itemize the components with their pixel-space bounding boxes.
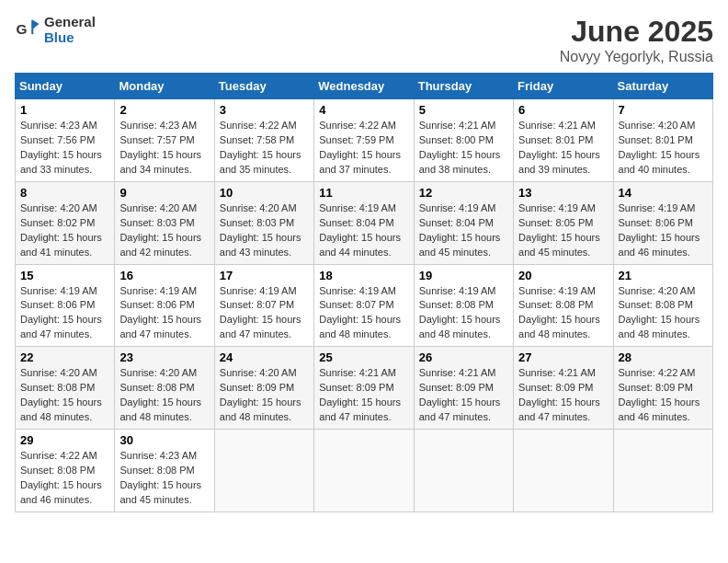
day-number: 22 (20, 350, 109, 364)
calendar-cell: 1Sunrise: 4:23 AM Sunset: 7:56 PM Daylig… (16, 99, 115, 182)
calendar-cell: 13Sunrise: 4:19 AM Sunset: 8:05 PM Dayli… (514, 181, 613, 264)
day-info: Sunrise: 4:22 AM Sunset: 7:59 PM Dayligh… (319, 119, 408, 178)
day-info: Sunrise: 4:20 AM Sunset: 8:08 PM Dayligh… (20, 366, 109, 425)
day-info: Sunrise: 4:20 AM Sunset: 8:08 PM Dayligh… (119, 366, 209, 425)
calendar-cell (314, 430, 414, 512)
calendar-cell: 25Sunrise: 4:21 AM Sunset: 8:09 PM Dayli… (314, 347, 414, 430)
calendar-cell: 23Sunrise: 4:20 AM Sunset: 8:08 PM Dayli… (115, 347, 214, 430)
calendar-cell: 7Sunrise: 4:20 AM Sunset: 8:01 PM Daylig… (613, 99, 712, 182)
day-number: 18 (319, 269, 408, 282)
day-info: Sunrise: 4:21 AM Sunset: 8:00 PM Dayligh… (419, 119, 508, 178)
day-number: 3 (220, 103, 309, 117)
col-header-saturday: Saturday (613, 74, 712, 99)
day-number: 10 (220, 186, 309, 200)
calendar-cell: 10Sunrise: 4:20 AM Sunset: 8:03 PM Dayli… (214, 181, 313, 264)
day-number: 11 (319, 186, 408, 200)
logo-line1: General (44, 15, 96, 30)
calendar-week-1: 8Sunrise: 4:20 AM Sunset: 8:02 PM Daylig… (16, 181, 713, 264)
calendar-cell: 15Sunrise: 4:19 AM Sunset: 8:06 PM Dayli… (16, 264, 115, 347)
day-info: Sunrise: 4:19 AM Sunset: 8:06 PM Dayligh… (119, 284, 209, 343)
day-info: Sunrise: 4:19 AM Sunset: 8:07 PM Dayligh… (319, 284, 408, 343)
calendar-cell: 26Sunrise: 4:21 AM Sunset: 8:09 PM Dayli… (414, 347, 513, 430)
day-info: Sunrise: 4:21 AM Sunset: 8:01 PM Dayligh… (518, 119, 608, 178)
col-header-thursday: Thursday (414, 74, 513, 99)
col-header-wednesday: Wednesday (314, 74, 414, 99)
day-number: 26 (419, 350, 508, 364)
calendar-cell: 27Sunrise: 4:21 AM Sunset: 8:09 PM Dayli… (514, 347, 613, 430)
svg-rect-3 (31, 19, 33, 33)
calendar-cell: 24Sunrise: 4:20 AM Sunset: 8:09 PM Dayli… (214, 347, 313, 430)
calendar-week-0: 1Sunrise: 4:23 AM Sunset: 7:56 PM Daylig… (16, 99, 713, 182)
calendar-cell: 9Sunrise: 4:20 AM Sunset: 8:03 PM Daylig… (115, 181, 214, 264)
calendar-cell: 28Sunrise: 4:22 AM Sunset: 8:09 PM Dayli… (613, 347, 712, 430)
calendar-cell: 17Sunrise: 4:19 AM Sunset: 8:07 PM Dayli… (214, 264, 313, 347)
day-info: Sunrise: 4:22 AM Sunset: 8:09 PM Dayligh… (619, 366, 708, 425)
day-info: Sunrise: 4:19 AM Sunset: 8:08 PM Dayligh… (419, 284, 508, 343)
calendar-subtitle: Novyy Yegorlyk, Russia (560, 49, 713, 65)
day-number: 20 (518, 269, 608, 282)
calendar-week-2: 15Sunrise: 4:19 AM Sunset: 8:06 PM Dayli… (16, 264, 713, 347)
day-number: 19 (419, 269, 508, 282)
col-header-friday: Friday (514, 74, 613, 99)
day-info: Sunrise: 4:20 AM Sunset: 8:09 PM Dayligh… (220, 366, 309, 425)
logo: G General Blue (15, 15, 96, 45)
calendar-cell: 3Sunrise: 4:22 AM Sunset: 7:58 PM Daylig… (214, 99, 313, 182)
day-number: 12 (419, 186, 508, 200)
calendar-week-4: 29Sunrise: 4:22 AM Sunset: 8:08 PM Dayli… (16, 430, 713, 512)
calendar-cell (414, 430, 513, 512)
calendar-cell: 21Sunrise: 4:20 AM Sunset: 8:08 PM Dayli… (613, 264, 712, 347)
day-info: Sunrise: 4:19 AM Sunset: 8:05 PM Dayligh… (518, 201, 608, 260)
day-info: Sunrise: 4:19 AM Sunset: 8:07 PM Dayligh… (220, 284, 309, 343)
day-number: 16 (119, 269, 209, 282)
calendar-cell: 30Sunrise: 4:23 AM Sunset: 8:08 PM Dayli… (115, 430, 214, 512)
day-info: Sunrise: 4:23 AM Sunset: 7:56 PM Dayligh… (20, 119, 109, 178)
day-number: 30 (119, 433, 209, 447)
page-header: G General Blue June 2025 Novyy Yegorlyk,… (15, 15, 713, 65)
calendar-cell: 12Sunrise: 4:19 AM Sunset: 8:04 PM Dayli… (414, 181, 513, 264)
calendar-cell: 14Sunrise: 4:19 AM Sunset: 8:06 PM Dayli… (613, 181, 712, 264)
day-info: Sunrise: 4:22 AM Sunset: 8:08 PM Dayligh… (20, 449, 109, 508)
calendar-cell: 11Sunrise: 4:19 AM Sunset: 8:04 PM Dayli… (314, 181, 414, 264)
col-header-sunday: Sunday (16, 74, 115, 99)
calendar-week-3: 22Sunrise: 4:20 AM Sunset: 8:08 PM Dayli… (16, 347, 713, 430)
day-number: 28 (619, 350, 708, 364)
day-number: 17 (220, 269, 309, 282)
day-number: 7 (619, 103, 708, 117)
day-info: Sunrise: 4:19 AM Sunset: 8:06 PM Dayligh… (20, 284, 109, 343)
day-info: Sunrise: 4:20 AM Sunset: 8:03 PM Dayligh… (119, 201, 209, 260)
day-info: Sunrise: 4:19 AM Sunset: 8:04 PM Dayligh… (319, 201, 408, 260)
day-number: 23 (119, 350, 209, 364)
col-header-tuesday: Tuesday (214, 74, 313, 99)
day-number: 24 (220, 350, 309, 364)
day-info: Sunrise: 4:20 AM Sunset: 8:01 PM Dayligh… (619, 119, 708, 178)
day-number: 21 (619, 269, 708, 282)
day-info: Sunrise: 4:21 AM Sunset: 8:09 PM Dayligh… (319, 366, 408, 425)
day-number: 29 (20, 433, 109, 447)
day-info: Sunrise: 4:21 AM Sunset: 8:09 PM Dayligh… (419, 366, 508, 425)
calendar-cell: 20Sunrise: 4:19 AM Sunset: 8:08 PM Dayli… (514, 264, 613, 347)
calendar-cell (514, 430, 613, 512)
day-info: Sunrise: 4:23 AM Sunset: 7:57 PM Dayligh… (119, 119, 209, 178)
day-number: 8 (20, 186, 109, 200)
calendar-table: SundayMondayTuesdayWednesdayThursdayFrid… (15, 73, 713, 512)
calendar-cell: 4Sunrise: 4:22 AM Sunset: 7:59 PM Daylig… (314, 99, 414, 182)
calendar-cell: 8Sunrise: 4:20 AM Sunset: 8:02 PM Daylig… (16, 181, 115, 264)
calendar-cell: 16Sunrise: 4:19 AM Sunset: 8:06 PM Dayli… (115, 264, 214, 347)
calendar-cell: 5Sunrise: 4:21 AM Sunset: 8:00 PM Daylig… (414, 99, 513, 182)
calendar-cell: 22Sunrise: 4:20 AM Sunset: 8:08 PM Dayli… (16, 347, 115, 430)
day-number: 5 (419, 103, 508, 117)
day-number: 25 (319, 350, 408, 364)
day-info: Sunrise: 4:23 AM Sunset: 8:08 PM Dayligh… (119, 449, 209, 508)
day-info: Sunrise: 4:22 AM Sunset: 7:58 PM Dayligh… (220, 119, 309, 178)
calendar-cell: 18Sunrise: 4:19 AM Sunset: 8:07 PM Dayli… (314, 264, 414, 347)
day-number: 4 (319, 103, 408, 117)
calendar-cell (613, 430, 712, 512)
day-info: Sunrise: 4:19 AM Sunset: 8:06 PM Dayligh… (619, 201, 708, 260)
title-block: June 2025 Novyy Yegorlyk, Russia (560, 15, 713, 65)
day-number: 2 (119, 103, 209, 117)
logo-icon: G (15, 17, 40, 43)
day-info: Sunrise: 4:19 AM Sunset: 8:08 PM Dayligh… (518, 284, 608, 343)
calendar-cell: 19Sunrise: 4:19 AM Sunset: 8:08 PM Dayli… (414, 264, 513, 347)
col-header-monday: Monday (115, 74, 214, 99)
day-info: Sunrise: 4:20 AM Sunset: 8:02 PM Dayligh… (20, 201, 109, 260)
